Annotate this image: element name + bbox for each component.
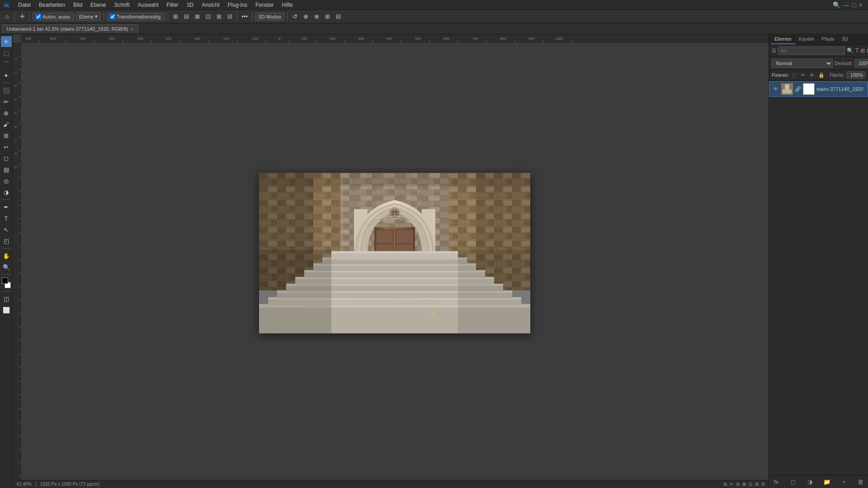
auto-select-btn[interactable]: Auton. ausw. bbox=[33, 13, 74, 21]
fg-color-swatch[interactable] bbox=[2, 277, 8, 284]
tab-ebenen[interactable]: Ebenen bbox=[771, 34, 795, 44]
menu-bearbeiten[interactable]: Bearbeiten bbox=[35, 1, 69, 9]
doc-tab-close[interactable]: × bbox=[131, 27, 133, 32]
panel-search-icon[interactable]: 🔍 bbox=[847, 47, 854, 54]
camera-icon[interactable]: ⊟ bbox=[334, 12, 343, 21]
layer-select[interactable]: Ebene ▾ bbox=[76, 12, 101, 21]
blend-mode-select[interactable]: Normal Auflösen Abdunkeln Multiplizieren… bbox=[772, 59, 833, 68]
maximize-icon[interactable]: □ bbox=[852, 1, 856, 9]
align-center-h-icon[interactable]: ⊟ bbox=[182, 12, 191, 21]
align-left-icon[interactable]: ⊞ bbox=[171, 12, 180, 21]
layer-link-icon[interactable]: 🔗 bbox=[795, 86, 801, 92]
status-icon-2[interactable]: ✏ bbox=[730, 482, 733, 487]
tab-pfade[interactable]: Pfade bbox=[818, 34, 838, 44]
magic-wand-tool[interactable]: ✦ bbox=[1, 70, 12, 81]
dodge-tool[interactable]: ◑ bbox=[1, 187, 12, 197]
close-icon[interactable]: × bbox=[859, 1, 863, 9]
transform-btn[interactable]: Transformationsstrg. bbox=[107, 13, 165, 21]
clone-stamp-tool[interactable]: ⊞ bbox=[1, 130, 12, 141]
status-icon-5[interactable]: ⊡ bbox=[749, 482, 752, 487]
new-adjustment-btn[interactable]: ◑ bbox=[806, 477, 815, 486]
spot-heal-tool[interactable]: ⊕ bbox=[1, 108, 12, 118]
shape-tool[interactable]: ◰ bbox=[1, 235, 12, 246]
menu-datei[interactable]: Datei bbox=[14, 1, 34, 9]
menu-auswahl[interactable]: Auswahl bbox=[134, 1, 162, 9]
opacity-input[interactable] bbox=[854, 59, 868, 67]
search-icon[interactable]: 🔍 bbox=[833, 1, 840, 9]
status-icon-6[interactable]: ⊞ bbox=[755, 482, 759, 487]
status-icon-1[interactable]: ⊞ bbox=[723, 482, 727, 487]
move-tool-icon[interactable]: ✛ bbox=[18, 12, 27, 21]
new-layer-btn[interactable]: + bbox=[840, 477, 849, 486]
move-tool[interactable]: ✛ bbox=[1, 36, 12, 47]
artboard-tool[interactable]: ⬜ bbox=[1, 305, 12, 315]
quick-mask-tool[interactable]: ◫ bbox=[1, 293, 12, 304]
pen-tool[interactable]: ✒ bbox=[1, 202, 12, 212]
eraser-tool[interactable]: ◻ bbox=[1, 153, 12, 164]
tab-3d[interactable]: 3D bbox=[838, 34, 852, 44]
transform2-icon[interactable]: ⊗ bbox=[312, 12, 321, 21]
align-center-v-icon[interactable]: ⊞ bbox=[214, 12, 223, 21]
svg-text:2: 2 bbox=[14, 71, 17, 73]
rotate-icon[interactable]: ↺ bbox=[290, 12, 299, 21]
lasso-tool[interactable]: ⌒ bbox=[1, 59, 12, 70]
zoom-tool[interactable]: 🔍 bbox=[1, 262, 12, 272]
menu-hilfe[interactable]: Hilfe bbox=[278, 1, 297, 9]
canvas-area[interactable]: 900 800 700 600 500 400 300 200 100 0 10… bbox=[13, 34, 769, 488]
home-icon[interactable]: ⌂ bbox=[3, 12, 12, 21]
lock-transparent-btn[interactable]: ⬚ bbox=[791, 72, 798, 79]
panel-icon-2[interactable]: T bbox=[855, 47, 859, 54]
align-right-icon[interactable]: ⊠ bbox=[193, 12, 202, 21]
svg-text:400: 400 bbox=[386, 37, 392, 41]
pin-icon[interactable]: ⊕ bbox=[301, 12, 310, 21]
transform-checkbox[interactable] bbox=[110, 14, 115, 19]
auto-select-checkbox[interactable] bbox=[36, 14, 41, 19]
select-rect-tool[interactable]: ⬚ bbox=[1, 47, 12, 58]
layer-visibility-icon[interactable]: 👁 bbox=[772, 86, 779, 92]
status-icon-7[interactable]: ⊟ bbox=[761, 482, 765, 487]
path-select-tool[interactable]: ↖ bbox=[1, 224, 12, 235]
more-options-icon[interactable]: ••• bbox=[240, 12, 249, 21]
add-style-btn[interactable]: fx bbox=[772, 477, 781, 486]
tab-kanaele[interactable]: Kanäle bbox=[795, 34, 818, 44]
crop-tool[interactable]: ⬛ bbox=[1, 85, 12, 96]
status-icon-4[interactable]: ⊠ bbox=[742, 482, 746, 487]
3d-mode-btn[interactable]: 3D-Modus bbox=[255, 13, 284, 21]
svg-text:100: 100 bbox=[252, 37, 258, 41]
text-tool[interactable]: T bbox=[1, 213, 12, 224]
status-separator: | bbox=[35, 482, 37, 487]
gradient-tool[interactable]: ▤ bbox=[1, 164, 12, 175]
color-swatch[interactable] bbox=[1, 277, 12, 288]
menu-plugins[interactable]: Plug-ins bbox=[224, 1, 251, 9]
eyedropper-tool[interactable]: ✏ bbox=[1, 96, 12, 107]
menu-ebene[interactable]: Ebene bbox=[87, 1, 110, 9]
align-bottom-icon[interactable]: ⊟ bbox=[225, 12, 234, 21]
new-group-btn[interactable]: 📁 bbox=[822, 477, 831, 486]
blur-tool[interactable]: ◎ bbox=[1, 175, 12, 186]
fill-input[interactable] bbox=[846, 71, 865, 79]
menu-fenster[interactable]: Fenster bbox=[252, 1, 278, 9]
menu-schrift[interactable]: Schrift bbox=[111, 1, 133, 9]
history-brush-tool[interactable]: ↩ bbox=[1, 141, 12, 152]
align-top-icon[interactable]: ⊡ bbox=[203, 12, 212, 21]
layer-name: stairs-3771140_1920 bbox=[816, 86, 865, 92]
menu-3d[interactable]: 3D bbox=[183, 1, 197, 9]
doc-tab-item[interactable]: Unbenannt-1 bei 41,5% (stairs-3771140_19… bbox=[2, 24, 138, 33]
lock-image-btn[interactable]: ✏ bbox=[800, 72, 807, 79]
status-icon-3[interactable]: ⊟ bbox=[736, 482, 740, 487]
lock-all-btn[interactable]: 🔒 bbox=[817, 72, 826, 79]
add-mask-btn[interactable]: ◻ bbox=[788, 477, 797, 486]
move3d-icon[interactable]: ⊞ bbox=[323, 12, 332, 21]
tool-sep-2 bbox=[2, 199, 11, 200]
lock-position-btn[interactable]: ✛ bbox=[808, 72, 815, 79]
hand-tool[interactable]: ✋ bbox=[1, 250, 12, 261]
brush-tool[interactable]: 🖌 bbox=[1, 119, 12, 130]
layer-item[interactable]: 👁 🔗 stairs-3771140_1920 bbox=[769, 81, 868, 97]
menu-ansicht[interactable]: Ansicht bbox=[198, 1, 223, 9]
menu-bild[interactable]: Bild bbox=[70, 1, 86, 9]
menu-filter[interactable]: Filter bbox=[163, 1, 182, 9]
panel-icon-3[interactable]: ⊞ bbox=[860, 47, 865, 54]
delete-layer-btn[interactable]: 🗑 bbox=[856, 477, 865, 486]
minimize-icon[interactable]: — bbox=[843, 1, 849, 9]
layer-search-input[interactable] bbox=[778, 47, 845, 55]
